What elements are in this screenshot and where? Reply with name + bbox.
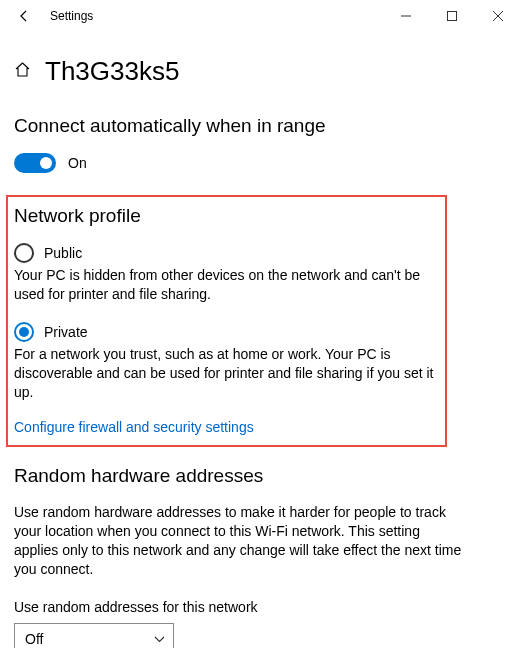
connect-section-title: Connect automatically when in range [14,115,507,137]
radio-private-label: Private [44,324,88,340]
back-button[interactable] [4,0,44,32]
content-area: Th3G33ks5 Connect automatically when in … [0,32,521,648]
connect-section: Connect automatically when in range On [14,115,507,173]
minimize-icon [401,11,411,21]
firewall-settings-link[interactable]: Configure firewall and security settings [14,419,439,435]
select-value: Off [25,631,43,647]
random-addresses-select[interactable]: Off [14,623,174,648]
radio-private-desc: For a network you trust, such as at home… [14,345,439,402]
svg-rect-1 [448,12,457,21]
minimize-button[interactable] [383,0,429,32]
radio-private[interactable]: Private [14,322,439,342]
auto-connect-toggle-label: On [68,155,87,171]
close-button[interactable] [475,0,521,32]
network-profile-title: Network profile [14,205,439,227]
back-arrow-icon [17,9,31,23]
network-profile-section: Network profile Public Your PC is hidden… [6,195,447,447]
window-title: Settings [50,9,93,23]
auto-connect-toggle[interactable] [14,153,56,173]
radio-private-circle [14,322,34,342]
random-hw-field-label: Use random addresses for this network [14,599,507,615]
page-header: Th3G33ks5 [14,56,507,87]
network-profile-radio-group: Public Your PC is hidden from other devi… [14,243,439,401]
maximize-button[interactable] [429,0,475,32]
radio-public-label: Public [44,245,82,261]
random-hw-desc: Use random hardware addresses to make it… [14,503,467,579]
page-title: Th3G33ks5 [45,56,179,87]
auto-connect-toggle-row: On [14,153,507,173]
toggle-knob [40,157,52,169]
home-icon[interactable] [14,61,31,82]
radio-public-desc: Your PC is hidden from other devices on … [14,266,439,304]
chevron-down-icon [154,636,165,643]
radio-public[interactable]: Public [14,243,439,263]
radio-public-circle [14,243,34,263]
radio-inner-dot [19,327,29,337]
close-icon [493,11,503,21]
titlebar: Settings [0,0,521,32]
random-hw-title: Random hardware addresses [14,465,507,487]
maximize-icon [447,11,457,21]
random-hw-section: Random hardware addresses Use random har… [14,465,507,648]
window-controls [383,0,521,32]
